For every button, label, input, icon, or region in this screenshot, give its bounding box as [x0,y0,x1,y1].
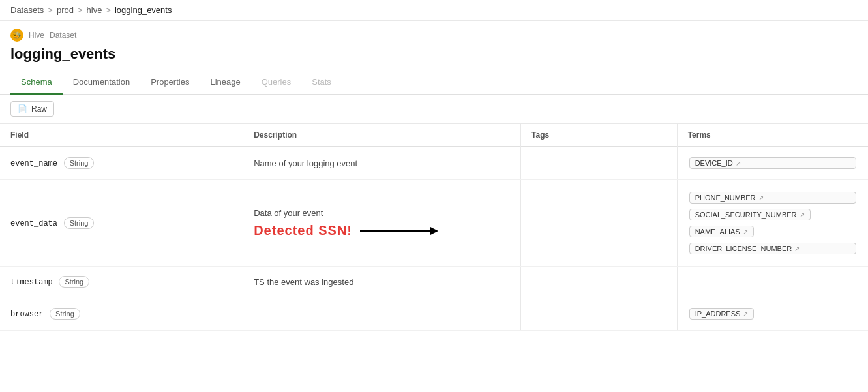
field-name-event-data: event_data [10,219,57,228]
field-name-event-name: event_name [10,159,57,168]
term-phone-number[interactable]: PHONE_NUMBER ↗ [689,192,856,204]
term-icon-name-alias: ↗ [743,228,748,235]
col-header-field: Field [0,124,243,147]
tab-properties[interactable]: Properties [140,70,200,95]
tags-cell-event-name [521,147,678,180]
dataset-label: Dataset [50,31,76,40]
field-name-timestamp: timestamp [10,278,53,287]
table-row: event_name String Name of your logging e… [0,147,868,180]
col-header-tags: Tags [521,124,678,147]
desc-text-timestamp: TS the event was ingested [254,277,353,287]
tags-cell-event-data [521,180,678,267]
arrow-svg [360,223,438,239]
raw-button-label: Raw [31,104,47,113]
table-row: browser String IP_ADDRESS ↗ [0,297,868,331]
desc-cell-event-data: Data of your event Detected SSN! [243,180,521,267]
terms-inner-event-data: PHONE_NUMBER ↗ SOCIAL_SECURITY_NUMBER ↗ … [688,190,858,256]
breadcrumb-prod[interactable]: prod [57,5,74,15]
table-header-row: Field Description Tags Terms [0,124,868,147]
breadcrumb: Datasets > prod > hive > logging_events [0,0,868,21]
tab-documentation[interactable]: Documentation [63,70,140,95]
ssn-detected-text: Detected SSN! [254,223,352,238]
ssn-arrow [360,223,438,239]
table-row: timestamp String TS the event was ingest… [0,267,868,297]
term-icon-ssn: ↗ [800,211,805,219]
table-row: event_data String Data of your event Det… [0,180,868,267]
term-device-id[interactable]: DEVICE_ID ↗ [689,157,856,169]
raw-button[interactable]: 📄 Raw [10,101,54,117]
term-name-alias[interactable]: NAME_ALIAS ↗ [689,226,754,237]
svg-marker-1 [430,227,438,235]
hive-icon: 🐝 [10,29,23,42]
tab-schema[interactable]: Schema [10,70,63,95]
term-icon-device-id: ↗ [736,160,741,167]
desc-cell-browser [243,297,521,331]
desc-cell-timestamp: TS the event was ingested [243,267,521,297]
term-ip-address[interactable]: IP_ADDRESS ↗ [689,308,755,320]
type-badge-event-name: String [64,157,95,169]
schema-table: Field Description Tags Terms event_name … [0,124,868,331]
tags-cell-browser [521,297,678,331]
type-label: Hive [29,31,44,40]
tab-lineage[interactable]: Lineage [200,70,250,95]
tabs-container: Schema Documentation Properties Lineage … [0,70,868,95]
terms-cell-timestamp [677,267,868,297]
tab-stats: Stats [301,70,342,95]
breadcrumb-hive[interactable]: hive [87,5,102,15]
type-badge-event-data: String [64,217,95,229]
term-ssn[interactable]: SOCIAL_SECURITY_NUMBER ↗ [689,209,811,220]
terms-cell-browser: IP_ADDRESS ↗ [677,297,868,331]
terms-cell-event-data: PHONE_NUMBER ↗ SOCIAL_SECURITY_NUMBER ↗ … [677,180,868,267]
terms-cell-event-name: DEVICE_ID ↗ [677,147,868,180]
field-name-browser: browser [10,310,43,319]
type-badge-timestamp: String [59,276,89,288]
page-header: 🐝 Hive Dataset logging_events [0,21,868,63]
field-cell-browser: browser String [0,297,243,331]
field-cell-timestamp: timestamp String [0,267,243,297]
term-driver-license[interactable]: DRIVER_LICENSE_NUMBER ↗ [689,243,856,254]
breadcrumb-datasets[interactable]: Datasets [10,5,44,15]
tab-queries: Queries [251,70,302,95]
breadcrumb-sep-2: > [78,5,83,15]
breadcrumb-sep-3: > [106,5,111,15]
terms-row-2: SOCIAL_SECURITY_NUMBER ↗ NAME_ALIAS ↗ [688,207,858,239]
term-icon-driver-license: ↗ [794,245,800,252]
col-header-terms: Terms [677,124,868,147]
term-icon-phone: ↗ [758,194,764,202]
dataset-meta: 🐝 Hive Dataset [10,29,858,42]
raw-icon: 📄 [18,104,27,113]
terms-inner-event-name: DEVICE_ID ↗ [688,156,858,170]
breadcrumb-current: logging_events [115,5,172,15]
field-cell-event-name: event_name String [0,147,243,180]
desc-text-event-data: Data of your event [254,208,323,218]
col-header-description: Description [243,124,521,147]
ssn-annotation: Data of your event [254,208,510,218]
tags-cell-timestamp [521,267,678,297]
breadcrumb-sep-1: > [48,5,53,15]
type-badge-browser: String [50,308,80,320]
desc-cell-event-name: Name of your logging event [243,147,521,180]
page-title: logging_events [10,46,858,63]
term-icon-ip: ↗ [743,310,748,318]
toolbar: 📄 Raw [0,95,868,124]
field-cell-event-data: event_data String [0,180,243,267]
desc-text-event-name: Name of your logging event [254,158,357,168]
ssn-callout: Detected SSN! [254,223,510,239]
